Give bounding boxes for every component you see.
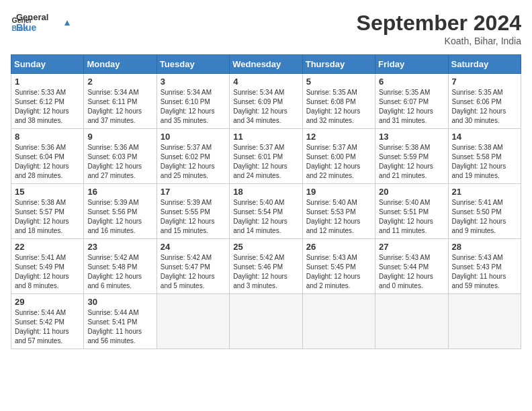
day-cell — [448, 294, 521, 349]
day-number: 1 — [15, 77, 80, 87]
day-cell: 30 Sunrise: 5:44 AM Sunset: 5:41 PM Dayl… — [84, 294, 157, 349]
weekday-header: Friday — [375, 55, 448, 74]
day-number: 23 — [87, 242, 152, 252]
day-number: 13 — [379, 132, 444, 142]
day-info: Sunrise: 5:40 AM Sunset: 5:53 PM Dayligh… — [306, 198, 371, 236]
day-number: 22 — [15, 242, 80, 252]
weekday-header: Monday — [84, 55, 157, 74]
day-info: Sunrise: 5:35 AM Sunset: 6:06 PM Dayligh… — [452, 88, 517, 126]
logo: General Blue General Blue — [11, 11, 77, 38]
day-number: 2 — [87, 77, 152, 87]
day-number: 8 — [15, 132, 80, 142]
day-info: Sunrise: 5:40 AM Sunset: 5:51 PM Dayligh… — [379, 198, 444, 236]
calendar-table: SundayMondayTuesdayWednesdayThursdayFrid… — [11, 54, 521, 349]
day-cell: 1 Sunrise: 5:33 AM Sunset: 6:12 PM Dayli… — [11, 74, 84, 129]
day-number: 27 — [379, 242, 444, 252]
day-number: 14 — [452, 132, 517, 142]
day-cell: 16 Sunrise: 5:39 AM Sunset: 5:56 PM Dayl… — [84, 184, 157, 239]
location: Koath, Bihar, India — [357, 36, 521, 46]
day-info: Sunrise: 5:44 AM Sunset: 5:42 PM Dayligh… — [15, 308, 80, 346]
weekday-header: Sunday — [11, 55, 84, 74]
day-number: 6 — [379, 77, 444, 87]
day-cell: 4 Sunrise: 5:34 AM Sunset: 6:09 PM Dayli… — [230, 74, 302, 129]
day-number: 17 — [161, 187, 226, 197]
weekday-header: Wednesday — [230, 55, 302, 74]
day-info: Sunrise: 5:43 AM Sunset: 5:43 PM Dayligh… — [452, 253, 517, 291]
week-row: 15 Sunrise: 5:38 AM Sunset: 5:57 PM Dayl… — [11, 184, 521, 239]
day-cell: 25 Sunrise: 5:42 AM Sunset: 5:46 PM Dayl… — [230, 239, 302, 294]
day-cell: 3 Sunrise: 5:34 AM Sunset: 6:10 PM Dayli… — [157, 74, 229, 129]
day-cell — [302, 294, 375, 349]
day-info: Sunrise: 5:35 AM Sunset: 6:08 PM Dayligh… — [306, 88, 371, 126]
day-info: Sunrise: 5:35 AM Sunset: 6:07 PM Dayligh… — [379, 88, 444, 126]
day-cell: 15 Sunrise: 5:38 AM Sunset: 5:57 PM Dayl… — [11, 184, 84, 239]
day-cell: 5 Sunrise: 5:35 AM Sunset: 6:08 PM Dayli… — [302, 74, 375, 129]
day-cell: 18 Sunrise: 5:40 AM Sunset: 5:54 PM Dayl… — [230, 184, 302, 239]
day-number: 20 — [379, 187, 444, 197]
day-info: Sunrise: 5:44 AM Sunset: 5:41 PM Dayligh… — [87, 308, 152, 346]
day-cell: 23 Sunrise: 5:42 AM Sunset: 5:48 PM Dayl… — [84, 239, 157, 294]
day-number: 28 — [452, 242, 517, 252]
day-info: Sunrise: 5:43 AM Sunset: 5:44 PM Dayligh… — [379, 253, 444, 291]
svg-text:Blue: Blue — [16, 22, 37, 33]
logo-svg: General Blue — [16, 11, 77, 35]
day-number: 10 — [161, 132, 226, 142]
weekday-row: SundayMondayTuesdayWednesdayThursdayFrid… — [11, 55, 521, 74]
day-info: Sunrise: 5:33 AM Sunset: 6:12 PM Dayligh… — [15, 88, 80, 126]
day-info: Sunrise: 5:36 AM Sunset: 6:03 PM Dayligh… — [87, 143, 152, 181]
day-number: 21 — [452, 187, 517, 197]
day-info: Sunrise: 5:37 AM Sunset: 6:00 PM Dayligh… — [306, 143, 371, 181]
day-info: Sunrise: 5:40 AM Sunset: 5:54 PM Dayligh… — [233, 198, 298, 236]
day-cell: 12 Sunrise: 5:37 AM Sunset: 6:00 PM Dayl… — [302, 129, 375, 184]
day-number: 30 — [87, 297, 152, 307]
page-header: General Blue General Blue September 2024… — [11, 11, 521, 46]
day-cell: 26 Sunrise: 5:43 AM Sunset: 5:45 PM Dayl… — [302, 239, 375, 294]
day-cell — [230, 294, 302, 349]
day-info: Sunrise: 5:41 AM Sunset: 5:50 PM Dayligh… — [452, 198, 517, 236]
day-cell — [375, 294, 448, 349]
day-cell: 8 Sunrise: 5:36 AM Sunset: 6:04 PM Dayli… — [11, 129, 84, 184]
day-cell: 17 Sunrise: 5:39 AM Sunset: 5:55 PM Dayl… — [157, 184, 229, 239]
day-cell: 27 Sunrise: 5:43 AM Sunset: 5:44 PM Dayl… — [375, 239, 448, 294]
day-cell: 7 Sunrise: 5:35 AM Sunset: 6:06 PM Dayli… — [448, 74, 521, 129]
week-row: 22 Sunrise: 5:41 AM Sunset: 5:49 PM Dayl… — [11, 239, 521, 294]
title-block: September 2024 Koath, Bihar, India — [357, 11, 521, 46]
day-cell: 19 Sunrise: 5:40 AM Sunset: 5:53 PM Dayl… — [302, 184, 375, 239]
day-number: 24 — [161, 242, 226, 252]
day-info: Sunrise: 5:37 AM Sunset: 6:02 PM Dayligh… — [161, 143, 226, 181]
weekday-header: Tuesday — [157, 55, 229, 74]
day-number: 7 — [452, 77, 517, 87]
week-row: 29 Sunrise: 5:44 AM Sunset: 5:42 PM Dayl… — [11, 294, 521, 349]
day-info: Sunrise: 5:38 AM Sunset: 5:58 PM Dayligh… — [452, 143, 517, 181]
day-number: 29 — [15, 297, 80, 307]
week-row: 8 Sunrise: 5:36 AM Sunset: 6:04 PM Dayli… — [11, 129, 521, 184]
day-info: Sunrise: 5:42 AM Sunset: 5:48 PM Dayligh… — [87, 253, 152, 291]
day-info: Sunrise: 5:39 AM Sunset: 5:55 PM Dayligh… — [161, 198, 226, 236]
day-info: Sunrise: 5:42 AM Sunset: 5:46 PM Dayligh… — [233, 253, 298, 291]
day-cell: 20 Sunrise: 5:40 AM Sunset: 5:51 PM Dayl… — [375, 184, 448, 239]
calendar-header: SundayMondayTuesdayWednesdayThursdayFrid… — [11, 55, 521, 74]
day-number: 3 — [161, 77, 226, 87]
day-info: Sunrise: 5:38 AM Sunset: 5:59 PM Dayligh… — [379, 143, 444, 181]
day-cell: 6 Sunrise: 5:35 AM Sunset: 6:07 PM Dayli… — [375, 74, 448, 129]
day-number: 9 — [87, 132, 152, 142]
day-cell: 9 Sunrise: 5:36 AM Sunset: 6:03 PM Dayli… — [84, 129, 157, 184]
day-cell: 13 Sunrise: 5:38 AM Sunset: 5:59 PM Dayl… — [375, 129, 448, 184]
day-cell: 21 Sunrise: 5:41 AM Sunset: 5:50 PM Dayl… — [448, 184, 521, 239]
day-cell: 24 Sunrise: 5:42 AM Sunset: 5:47 PM Dayl… — [157, 239, 229, 294]
day-info: Sunrise: 5:34 AM Sunset: 6:11 PM Dayligh… — [87, 88, 152, 126]
day-number: 11 — [233, 132, 298, 142]
svg-marker-5 — [64, 20, 70, 26]
day-info: Sunrise: 5:36 AM Sunset: 6:04 PM Dayligh… — [15, 143, 80, 181]
svg-text:General: General — [16, 12, 48, 22]
day-cell: 28 Sunrise: 5:43 AM Sunset: 5:43 PM Dayl… — [448, 239, 521, 294]
week-row: 1 Sunrise: 5:33 AM Sunset: 6:12 PM Dayli… — [11, 74, 521, 129]
day-cell: 2 Sunrise: 5:34 AM Sunset: 6:11 PM Dayli… — [84, 74, 157, 129]
day-cell: 22 Sunrise: 5:41 AM Sunset: 5:49 PM Dayl… — [11, 239, 84, 294]
day-info: Sunrise: 5:41 AM Sunset: 5:49 PM Dayligh… — [15, 253, 80, 291]
day-info: Sunrise: 5:34 AM Sunset: 6:09 PM Dayligh… — [233, 88, 298, 126]
day-number: 16 — [87, 187, 152, 197]
day-info: Sunrise: 5:38 AM Sunset: 5:57 PM Dayligh… — [15, 198, 80, 236]
calendar-body: 1 Sunrise: 5:33 AM Sunset: 6:12 PM Dayli… — [11, 74, 521, 349]
logo-text: General Blue — [16, 11, 77, 38]
